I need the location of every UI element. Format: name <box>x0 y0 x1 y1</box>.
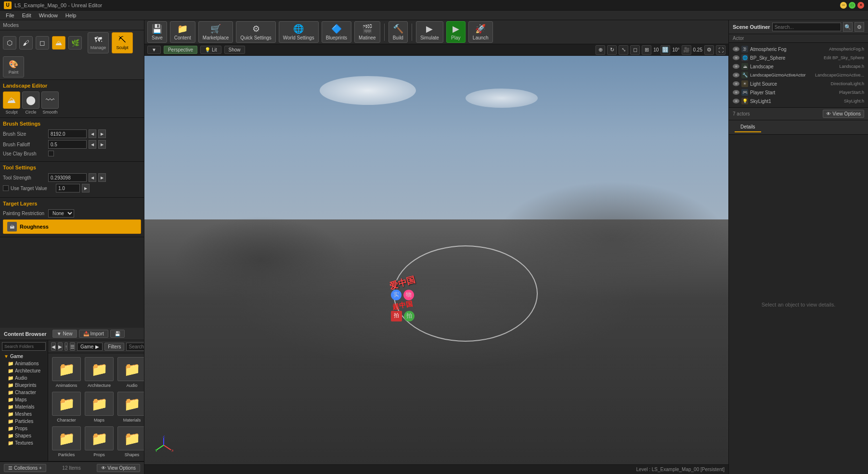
actor-landscape-gizmo[interactable]: 👁 🔧 LandscapeGizmoActiveActor LandscapeG… <box>731 71 866 79</box>
painting-restriction-select[interactable]: None <box>48 209 74 218</box>
list-item[interactable]: 📁 Particles <box>52 426 81 457</box>
geometry-mode-icon[interactable]: ◻ <box>36 36 49 50</box>
actor-visibility-landscape[interactable]: 👁 <box>733 64 739 69</box>
brush-falloff-dec[interactable]: ◀ <box>89 140 96 149</box>
viewport-settings-icon[interactable]: ⚙ <box>704 45 714 55</box>
build-button[interactable]: 🔨 Build <box>389 21 408 43</box>
content-search-input[interactable] <box>126 343 144 351</box>
save-all-button[interactable]: 💾 <box>110 330 125 338</box>
brush-falloff-inc[interactable]: ▶ <box>98 140 106 149</box>
sculpt-tool[interactable]: ⛏ Sculpt <box>112 32 133 53</box>
actor-landscape[interactable]: 👁 ⛰ Landscape Landscape.h <box>731 62 866 71</box>
folder-character[interactable]: 📁 Character <box>2 389 46 396</box>
actor-bp-sky[interactable]: 👁 🌐 BP_Sky_Sphere Edit BP_Sky_Sphere <box>731 53 866 62</box>
menu-help[interactable]: Help <box>62 12 80 19</box>
circle-button[interactable]: ⬤ Circle <box>22 91 39 115</box>
cam-speed-icon[interactable]: 🎥 <box>682 45 691 55</box>
folder-props[interactable]: 📁 Props <box>2 425 46 432</box>
content-button[interactable]: 📁 Content <box>170 21 195 43</box>
list-item[interactable]: 📁 Shapes <box>117 426 144 457</box>
blueprints-button[interactable]: 🔷 Blueprints <box>322 21 351 43</box>
folders-search-input[interactable] <box>2 342 46 351</box>
list-item[interactable]: 📁 Audio <box>117 357 144 388</box>
save-button[interactable]: 💾 Save <box>147 21 167 43</box>
folder-textures[interactable]: 📁 Textures <box>2 439 46 447</box>
maximize-button[interactable]: □ <box>849 2 855 9</box>
grid-snap-icon[interactable]: ⊞ <box>642 45 651 55</box>
manage-tool[interactable]: 🗺 Manage <box>88 32 109 53</box>
actor-sky-light[interactable]: 👁 💡 SkyLight1 SkyLight.h <box>731 97 866 105</box>
launch-button[interactable]: 🚀 Launch <box>468 21 493 43</box>
actor-visibility-light[interactable]: 👁 <box>733 81 739 86</box>
show-button[interactable]: Show <box>224 46 245 54</box>
filter-button[interactable]: Filters <box>104 343 124 351</box>
lit-button[interactable]: 💡 Lit <box>200 46 221 54</box>
matinee-button[interactable]: 🎬 Matinee <box>354 21 380 43</box>
outliner-view-options-button[interactable]: 👁 View Options <box>823 110 864 118</box>
minimize-button[interactable]: ─ <box>840 2 847 9</box>
layer-roughness[interactable]: 🏔 Roughness <box>3 219 141 234</box>
list-item[interactable]: 📁 Maps <box>85 392 114 423</box>
nav-back[interactable]: ◀ <box>51 342 56 351</box>
surface-snap-icon[interactable]: ◻ <box>630 45 640 55</box>
nav-forward[interactable]: ▶ <box>58 342 63 351</box>
actor-player-start[interactable]: 👁 🎮 Player Start PlayerStart.h <box>731 88 866 97</box>
new-button[interactable]: ▼ New <box>52 330 77 338</box>
folder-architecture[interactable]: 📁 Architecture <box>2 367 46 374</box>
folder-blueprints[interactable]: 📁 Blueprints <box>2 382 46 389</box>
actor-visibility-player[interactable]: 👁 <box>733 90 739 95</box>
collections-button[interactable]: ☰ Collections + <box>4 464 46 472</box>
target-value-inc[interactable]: ▶ <box>82 184 90 192</box>
quick-settings-button[interactable]: ⚙ Quick Settings <box>236 21 275 43</box>
viewport-options-button[interactable]: ▼ <box>147 46 161 54</box>
folder-audio[interactable]: 📁 Audio <box>2 374 46 382</box>
folder-animations[interactable]: 📁 Animations <box>2 360 46 367</box>
folder-meshes[interactable]: 📁 Meshes <box>2 410 46 418</box>
list-item[interactable]: 📁 Props <box>85 426 114 457</box>
sculpt-button[interactable]: ⛰ Sculpt <box>3 91 20 115</box>
brush-size-dec[interactable]: ◀ <box>89 129 96 138</box>
play-button[interactable]: ▶ Play <box>446 21 466 43</box>
grid-mult-icon[interactable]: 🔢 <box>661 45 670 55</box>
use-clay-brush-checkbox[interactable] <box>48 151 54 156</box>
brush-size-input[interactable] <box>48 129 87 138</box>
viewport-canvas[interactable]: 爱中国 实 物 超中国 拍 拍 <box>144 56 728 464</box>
folder-particles[interactable]: 📁 Particles <box>2 418 46 425</box>
import-button[interactable]: 📥 Import <box>79 330 108 338</box>
paint-mode-icon[interactable]: 🖌 <box>19 36 33 50</box>
scene-outliner-search[interactable] <box>772 23 841 31</box>
simulate-button[interactable]: ▶ Simulate <box>416 21 443 43</box>
tool-strength-inc[interactable]: ▶ <box>98 173 106 182</box>
menu-file[interactable]: File <box>2 12 18 19</box>
use-target-value-checkbox[interactable] <box>3 185 9 191</box>
actor-visibility-atmospheric[interactable]: 👁 <box>733 47 739 51</box>
smooth-button[interactable]: 〰 Smooth <box>41 91 59 115</box>
scene-outliner-settings-button[interactable]: ⚙ <box>855 22 864 32</box>
translate-icon[interactable]: ⊕ <box>596 45 605 55</box>
landscape-mode-icon[interactable]: ⛰ <box>52 36 65 50</box>
target-value-input[interactable] <box>56 184 80 192</box>
tool-strength-dec[interactable]: ◀ <box>89 173 96 182</box>
details-tab[interactable]: Details <box>735 122 761 132</box>
fullscreen-icon[interactable]: ⛶ <box>716 45 725 55</box>
nav-options[interactable]: ☰ <box>70 342 75 351</box>
list-item[interactable]: 📁 Animations <box>52 357 81 388</box>
nav-home[interactable]: ↑ <box>65 342 68 351</box>
scale-icon[interactable]: ⤡ <box>619 45 628 55</box>
place-mode-icon[interactable]: ⬡ <box>3 36 16 50</box>
close-button[interactable]: ✕ <box>857 2 864 9</box>
list-item[interactable]: 📁 Architecture <box>85 357 114 388</box>
folder-materials[interactable]: 📁 Materials <box>2 403 46 410</box>
list-item[interactable]: 📁 Character <box>52 392 81 423</box>
perspective-button[interactable]: Perspective <box>164 46 197 54</box>
actor-visibility-skylight[interactable]: 👁 <box>733 99 739 103</box>
scene-outliner-search-button[interactable]: 🔍 <box>843 22 853 32</box>
actor-visibility-gizmo[interactable]: 👁 <box>733 73 739 77</box>
menu-window[interactable]: Window <box>35 12 62 19</box>
folder-shapes[interactable]: 📁 Shapes <box>2 432 46 439</box>
actor-light-source[interactable]: 👁 ☀ Light Source DirectionalLight.h <box>731 79 866 88</box>
paint-tool[interactable]: 🎨 Paint <box>3 56 24 77</box>
marketplace-button[interactable]: 🛒 Marketplace <box>198 21 233 43</box>
list-item[interactable]: 📁 Materials <box>117 392 144 423</box>
world-settings-button[interactable]: 🌐 World Settings <box>279 21 319 43</box>
